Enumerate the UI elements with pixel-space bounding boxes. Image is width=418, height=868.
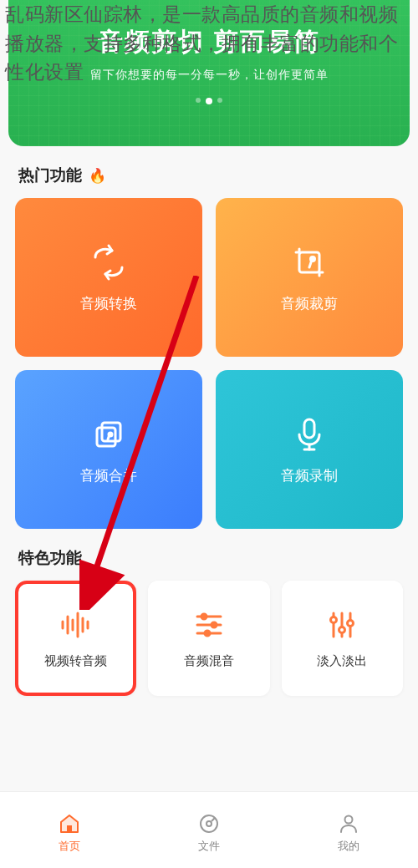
card-label: 音频混音 xyxy=(184,653,234,669)
video-to-audio-card[interactable]: 视频转音频 xyxy=(15,581,136,696)
hot-section-title: 热门功能 xyxy=(18,165,82,186)
svg-point-17 xyxy=(212,622,217,627)
feature-section-title: 特色功能 xyxy=(18,547,82,569)
svg-point-15 xyxy=(201,614,206,619)
svg-point-31 xyxy=(344,815,352,823)
svg-rect-2 xyxy=(97,428,115,446)
feature-grid: 视频转音频 音频混音 淡入淡出 xyxy=(0,581,418,713)
svg-rect-0 xyxy=(299,252,319,272)
microphone-icon xyxy=(289,414,329,454)
overlay-description: 乱码新区仙踪林，是一款高品质的音频和视频播放器，支持多种格式，拥有丰富的功能和个… xyxy=(5,0,413,87)
convert-icon xyxy=(89,242,129,282)
card-label: 视频转音频 xyxy=(44,653,107,669)
bottom-nav: 首页 文件 我的 xyxy=(0,791,418,868)
audio-crop-card[interactable]: 音频裁剪 xyxy=(216,198,403,357)
hot-section-header: 热门功能 🔥 xyxy=(0,146,418,198)
dot-active xyxy=(206,98,212,104)
sliders-icon xyxy=(192,608,226,642)
crop-icon xyxy=(289,242,329,282)
nav-files[interactable]: 文件 xyxy=(197,812,221,854)
feature-section-header: 特色功能 xyxy=(0,529,418,581)
nav-home[interactable]: 首页 xyxy=(58,812,81,854)
card-label: 音频录制 xyxy=(281,466,338,485)
waveform-icon xyxy=(59,608,93,642)
person-icon xyxy=(337,812,360,835)
svg-point-23 xyxy=(339,627,345,632)
dot xyxy=(217,98,222,103)
fire-icon: 🔥 xyxy=(89,167,106,185)
nav-label: 我的 xyxy=(338,839,359,854)
audio-merge-card[interactable]: 音频合并 xyxy=(15,370,202,529)
card-label: 音频裁剪 xyxy=(281,294,338,313)
audio-mix-card[interactable]: 音频混音 xyxy=(148,581,269,696)
svg-point-19 xyxy=(205,631,210,636)
svg-point-21 xyxy=(331,617,337,622)
svg-line-30 xyxy=(212,818,215,821)
home-icon xyxy=(58,812,81,835)
audio-convert-card[interactable]: 音频转换 xyxy=(15,198,202,357)
merge-icon xyxy=(89,414,129,454)
card-label: 淡入淡出 xyxy=(317,653,367,669)
disc-icon xyxy=(197,812,221,835)
nav-label: 文件 xyxy=(198,839,220,854)
fade-card[interactable]: 淡入淡出 xyxy=(282,581,403,696)
fade-icon xyxy=(325,608,359,642)
audio-record-card[interactable]: 音频录制 xyxy=(216,370,403,529)
svg-point-25 xyxy=(348,620,354,626)
svg-point-29 xyxy=(206,821,212,826)
dot xyxy=(196,98,201,103)
card-label: 音频合并 xyxy=(80,466,137,485)
card-label: 音频转换 xyxy=(80,294,137,313)
hot-grid: 音频转换 音频裁剪 音频合并 音频录制 xyxy=(0,198,418,529)
nav-mine[interactable]: 我的 xyxy=(337,812,360,854)
svg-rect-5 xyxy=(304,419,314,438)
carousel-dots xyxy=(8,98,410,104)
svg-rect-27 xyxy=(67,825,72,832)
nav-label: 首页 xyxy=(59,839,80,854)
